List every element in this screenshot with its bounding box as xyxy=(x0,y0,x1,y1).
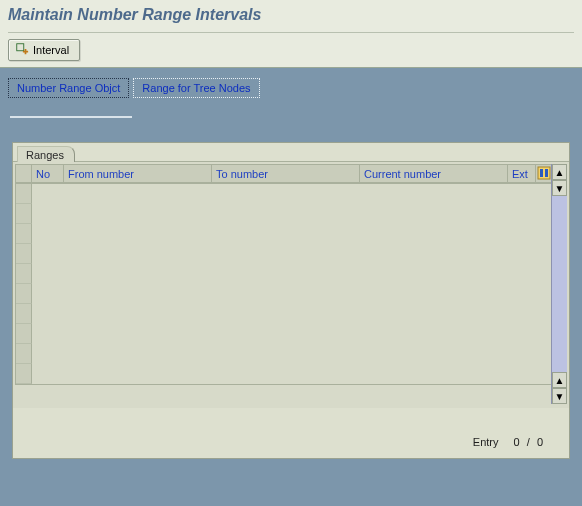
scroll-up-button[interactable]: ▲ xyxy=(552,164,567,180)
svg-rect-5 xyxy=(545,169,548,177)
grid-cell[interactable] xyxy=(64,364,212,384)
tab-number-range-object[interactable]: Number Range Objct xyxy=(8,78,129,98)
page-title: Maintain Number Range Intervals xyxy=(8,6,574,24)
column-configure[interactable] xyxy=(536,165,552,183)
row-selector[interactable] xyxy=(16,224,32,244)
grid-cell[interactable] xyxy=(508,284,536,304)
grid-cell[interactable] xyxy=(32,344,64,364)
grid-cell[interactable] xyxy=(212,264,360,284)
grid-cell[interactable] xyxy=(212,224,360,244)
grid-cell[interactable] xyxy=(32,244,64,264)
entry-total: 0 xyxy=(537,436,543,448)
grid-cell[interactable] xyxy=(508,344,536,364)
vertical-scrollbar[interactable]: ▲ ▼ ▲ ▼ xyxy=(551,164,567,404)
grid-cell[interactable] xyxy=(360,344,508,364)
interval-button[interactable]: Interval xyxy=(8,39,80,61)
grid-cell[interactable] xyxy=(508,184,536,204)
panel-tab-ranges[interactable]: Ranges xyxy=(17,146,75,162)
row-selector[interactable] xyxy=(16,304,32,324)
grid-cell[interactable] xyxy=(64,264,212,284)
row-selector[interactable] xyxy=(16,244,32,264)
grid-cell[interactable] xyxy=(64,284,212,304)
grid-cell[interactable] xyxy=(64,344,212,364)
row-selector[interactable] xyxy=(16,284,32,304)
table-settings-icon xyxy=(537,166,551,182)
grid-cell[interactable] xyxy=(536,244,552,264)
column-no[interactable]: No xyxy=(32,165,64,183)
row-selector[interactable] xyxy=(16,324,32,344)
grid-cell[interactable] xyxy=(212,184,360,204)
row-selector[interactable] xyxy=(16,344,32,364)
grid-cell[interactable] xyxy=(212,284,360,304)
grid-cell[interactable] xyxy=(508,244,536,264)
row-selector[interactable] xyxy=(16,204,32,224)
grid-cell[interactable] xyxy=(536,324,552,344)
grid-cell[interactable] xyxy=(212,204,360,224)
grid-cell[interactable] xyxy=(64,204,212,224)
grid-cell[interactable] xyxy=(508,204,536,224)
grid-cell[interactable] xyxy=(360,244,508,264)
grid-cell[interactable] xyxy=(360,304,508,324)
grid-cell[interactable] xyxy=(536,224,552,244)
form-tabs: Number Range Objct Range for Tree Nodes xyxy=(8,78,576,98)
column-current-number[interactable]: Current number xyxy=(360,165,508,183)
grid-cell[interactable] xyxy=(508,264,536,284)
svg-rect-3 xyxy=(538,167,550,179)
grid-cell[interactable] xyxy=(536,284,552,304)
grid-cell[interactable] xyxy=(508,324,536,344)
grid-cell[interactable] xyxy=(508,224,536,244)
row-selector[interactable] xyxy=(16,364,32,384)
grid-cell[interactable] xyxy=(212,324,360,344)
column-to-number[interactable]: To number xyxy=(212,165,360,183)
grid-cell[interactable] xyxy=(536,184,552,204)
grid-cell[interactable] xyxy=(360,184,508,204)
grid-cell[interactable] xyxy=(360,364,508,384)
grid-cell[interactable] xyxy=(64,184,212,204)
scroll-down-a-button[interactable]: ▼ xyxy=(552,180,567,196)
grid-cell[interactable] xyxy=(212,244,360,264)
ranges-grid-header: No From number To number Current number … xyxy=(15,164,567,184)
grid-cell[interactable] xyxy=(536,364,552,384)
grid-cell[interactable] xyxy=(536,304,552,324)
tab-range-for-tree-nodes[interactable]: Range for Tree Nodes xyxy=(133,78,259,98)
grid-cell[interactable] xyxy=(212,304,360,324)
grid-cell[interactable] xyxy=(64,244,212,264)
row-selector[interactable] xyxy=(16,184,32,204)
entry-status-bar: Entry 0 / 0 xyxy=(13,408,569,458)
grid-cell[interactable] xyxy=(32,184,64,204)
entry-current: 0 xyxy=(514,436,520,448)
grid-cell[interactable] xyxy=(64,324,212,344)
column-ext[interactable]: Ext xyxy=(508,165,536,183)
grid-cell[interactable] xyxy=(360,324,508,344)
grid-cell[interactable] xyxy=(360,204,508,224)
scroll-track[interactable] xyxy=(552,196,567,372)
column-from-number[interactable]: From number xyxy=(64,165,212,183)
grid-cell[interactable] xyxy=(360,224,508,244)
grid-cell[interactable] xyxy=(64,224,212,244)
grid-cell[interactable] xyxy=(212,364,360,384)
grid-cell[interactable] xyxy=(360,264,508,284)
grid-cell[interactable] xyxy=(536,344,552,364)
grid-cell[interactable] xyxy=(32,284,64,304)
triangle-down-icon: ▼ xyxy=(555,183,565,194)
column-row-selector[interactable] xyxy=(16,165,32,183)
grid-cell[interactable] xyxy=(212,344,360,364)
grid-cell[interactable] xyxy=(508,304,536,324)
grid-cell[interactable] xyxy=(536,264,552,284)
grid-cell[interactable] xyxy=(32,204,64,224)
grid-cell[interactable] xyxy=(508,364,536,384)
scroll-up-b-button[interactable]: ▲ xyxy=(552,372,567,388)
grid-cell[interactable] xyxy=(360,284,508,304)
scroll-down-button[interactable]: ▼ xyxy=(552,388,567,404)
triangle-up-icon: ▲ xyxy=(555,167,565,178)
grid-cell[interactable] xyxy=(32,364,64,384)
grid-cell[interactable] xyxy=(32,304,64,324)
row-selector[interactable] xyxy=(16,264,32,284)
grid-cell[interactable] xyxy=(32,324,64,344)
add-interval-icon xyxy=(15,42,29,58)
grid-cell[interactable] xyxy=(32,224,64,244)
grid-cell[interactable] xyxy=(64,304,212,324)
grid-cell[interactable] xyxy=(536,204,552,224)
panel-tabstrip: Ranges xyxy=(13,143,569,161)
grid-cell[interactable] xyxy=(32,264,64,284)
